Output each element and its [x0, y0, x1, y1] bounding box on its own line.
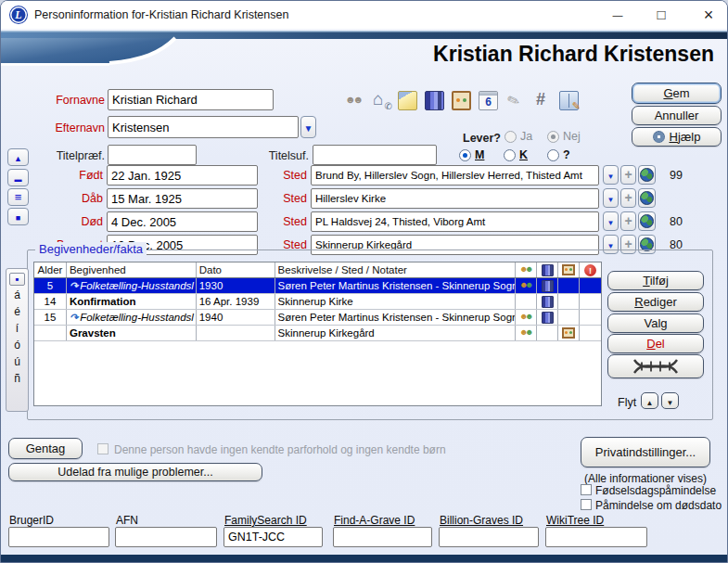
special-char-button[interactable]: á: [6, 287, 28, 303]
efternavn-input[interactable]: [108, 116, 299, 138]
gender-unknown-radio[interactable]: ?: [547, 148, 570, 161]
rediger-button[interactable]: Rediger: [607, 292, 704, 312]
sted-dropdown-button[interactable]: [603, 165, 619, 185]
special-char-button[interactable]: ú: [6, 353, 28, 370]
event-beskrivelse: Søren Peter Martinus Kristensen - Skinne…: [275, 278, 517, 293]
event-alder: 5: [34, 278, 67, 293]
privatindstillinger-button[interactable]: Privatindstillinger...: [581, 437, 710, 467]
address-icon[interactable]: [371, 91, 390, 110]
shared-event-icon: [70, 312, 80, 324]
id-label: BrugerID: [9, 514, 54, 527]
alle-informationer-label: (Alle informationer vises): [576, 472, 715, 485]
notes-icon[interactable]: [398, 91, 417, 110]
flyt-up-button[interactable]: [641, 392, 658, 409]
sted-input[interactable]: [311, 211, 599, 232]
sources-icon[interactable]: [425, 91, 444, 110]
del-button[interactable]: Del: [607, 334, 704, 353]
lever-label: Lever?: [421, 132, 501, 145]
gender-k-radio[interactable]: K: [504, 148, 528, 161]
id-field-group: AFN: [115, 514, 217, 551]
event-row[interactable]: 14Konfirmation16 Apr. 1939Skinnerup Kirk…: [34, 294, 601, 310]
vital-label: Født: [1, 169, 103, 182]
close-button[interactable]: [688, 1, 728, 29]
vital-row: DåbSted: [1, 188, 728, 209]
sted-map-button[interactable]: [638, 188, 656, 208]
sted-add-button[interactable]: [620, 211, 636, 231]
special-char-button[interactable]: ó: [6, 337, 28, 353]
window-bottom-bar: [1, 555, 728, 562]
event-icon-cell: [558, 326, 580, 340]
sted-map-button[interactable]: [638, 165, 656, 185]
gem-button[interactable]: Gem: [632, 83, 722, 104]
research-icon[interactable]: [559, 91, 579, 110]
nav-up-triangle-button[interactable]: [7, 148, 29, 166]
gender-m-radio[interactable]: M: [459, 148, 484, 161]
vital-date-input[interactable]: [107, 188, 258, 209]
maximize-button[interactable]: [641, 1, 682, 29]
event-begivenhed: Konfirmation: [67, 294, 197, 309]
fornavne-input[interactable]: [108, 89, 274, 110]
sted-input[interactable]: [311, 188, 599, 209]
event-row[interactable]: 15Folketælling-Husstandsl1940Søren Peter…: [34, 310, 601, 326]
special-char-button[interactable]: í: [6, 320, 28, 337]
dna-button[interactable]: [607, 354, 704, 378]
event-row[interactable]: 5Folketælling-Husstandsl1930Søren Peter …: [34, 278, 601, 294]
id-input[interactable]: [8, 527, 109, 547]
sted-input[interactable]: [311, 165, 599, 186]
calendar-icon[interactable]: [479, 91, 498, 110]
special-char-square-button[interactable]: [9, 273, 25, 286]
id-label: WikiTree ID: [546, 514, 604, 527]
legacy-logo-icon: L: [10, 6, 27, 23]
sted-add-button[interactable]: [620, 165, 636, 185]
id-field-group: Find-A-Grave ID: [333, 514, 432, 551]
death-reminder-checkbox[interactable]: [581, 499, 592, 510]
vital-date-input[interactable]: [107, 165, 258, 186]
id-label: FamilySearch ID: [224, 514, 307, 527]
event-icon-cell: [516, 310, 537, 325]
minimize-button[interactable]: [597, 1, 638, 29]
sources-icon: [542, 296, 554, 308]
valg-button[interactable]: Valg: [607, 313, 704, 333]
flyt-down-button[interactable]: [661, 392, 679, 409]
story-icon[interactable]: [505, 91, 525, 110]
event-icon-cell: [537, 294, 558, 309]
person-name-heading: Kristian Richard Kristensen: [433, 42, 714, 67]
tilfoj-button[interactable]: Tilføj: [607, 271, 704, 290]
birthday-reminder-checkbox[interactable]: [581, 484, 592, 495]
sted-dropdown-button[interactable]: [603, 211, 619, 231]
sted-map-button[interactable]: [638, 211, 656, 231]
vital-label: Død: [1, 215, 103, 228]
titelsuf-input[interactable]: [313, 145, 437, 165]
event-row[interactable]: GravstenSkinnerup Kirkegård: [34, 326, 601, 341]
geo-score: 99: [670, 169, 683, 182]
event-dato: 16 Apr. 1939: [197, 294, 275, 309]
vital-date-input[interactable]: [107, 211, 258, 232]
sted-add-button[interactable]: [620, 188, 636, 208]
lever-ja-radio[interactable]: Ja: [504, 130, 532, 143]
event-icon-cell: [558, 278, 580, 293]
event-dato: 1940: [197, 310, 275, 325]
annuller-button[interactable]: Annuller: [632, 106, 722, 125]
id-input[interactable]: [333, 527, 432, 547]
hjaelp-button[interactable]: Hjælp: [632, 127, 722, 147]
id-input[interactable]: [545, 527, 647, 547]
id-input[interactable]: [115, 527, 217, 547]
media-icon[interactable]: [452, 91, 471, 110]
special-char-button[interactable]: é: [6, 303, 28, 320]
media-icon: [562, 327, 575, 339]
help-icon: [653, 131, 665, 143]
special-char-button[interactable]: ñ: [6, 370, 28, 387]
no-relations-checkbox[interactable]: [97, 443, 109, 454]
id-input[interactable]: [224, 527, 323, 547]
event-begivenhed: Folketælling-Husstandsl: [67, 278, 197, 293]
lever-nej-radio[interactable]: Nej: [547, 130, 581, 143]
sted-dropdown-button[interactable]: [603, 188, 619, 208]
relationships-icon[interactable]: [344, 91, 364, 110]
udelad-button[interactable]: Udelad fra mulige problemer...: [8, 463, 262, 481]
id-input[interactable]: [439, 527, 539, 547]
events-table[interactable]: AlderBegivenhedDatoBeskrivelse / Sted / …: [33, 262, 602, 406]
titelpraef-input[interactable]: [108, 145, 197, 165]
hashtag-icon[interactable]: [532, 91, 552, 110]
gentag-button[interactable]: Gentag: [8, 438, 83, 459]
efternavn-dropdown-button[interactable]: [300, 116, 316, 138]
